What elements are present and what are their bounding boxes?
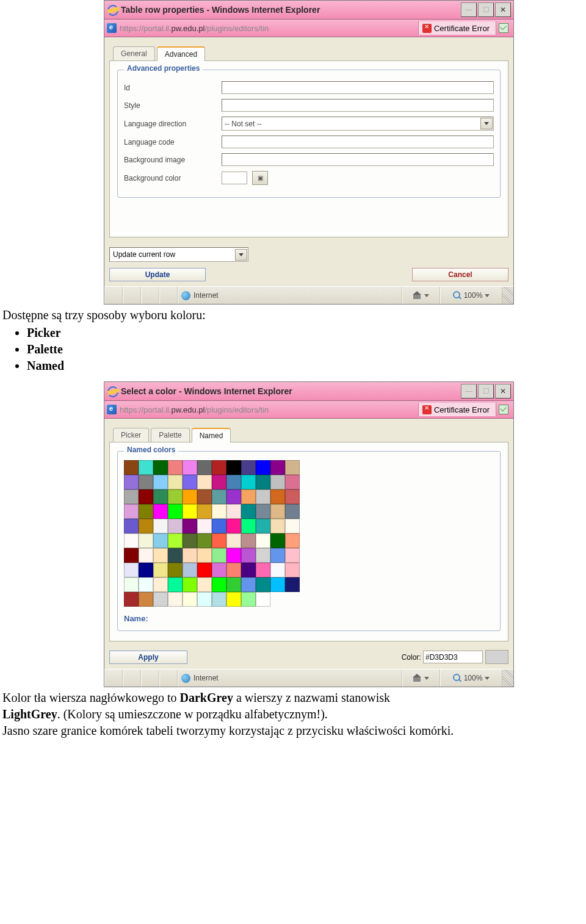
color-swatch[interactable]: [256, 592, 270, 607]
color-swatch[interactable]: [183, 489, 197, 504]
background-color-swatch[interactable]: [222, 171, 247, 184]
color-swatch[interactable]: [212, 504, 226, 519]
color-swatch[interactable]: [256, 489, 270, 504]
color-swatch[interactable]: [168, 533, 183, 548]
color-swatch[interactable]: [241, 489, 256, 504]
color-swatch[interactable]: [183, 592, 197, 607]
tab-named[interactable]: Named: [192, 428, 231, 442]
color-swatch[interactable]: [168, 504, 183, 519]
color-swatch[interactable]: [256, 548, 270, 563]
tab-palette[interactable]: Palette: [151, 428, 189, 442]
color-swatch[interactable]: [226, 563, 241, 577]
color-hex-input[interactable]: [423, 651, 483, 663]
color-swatch[interactable]: [153, 533, 168, 548]
color-swatch[interactable]: [226, 548, 241, 563]
color-swatch[interactable]: [139, 504, 153, 519]
color-swatch[interactable]: [153, 475, 168, 489]
language-code-input[interactable]: [222, 135, 494, 148]
color-swatch[interactable]: [285, 489, 300, 504]
color-swatch[interactable]: [197, 460, 212, 475]
color-swatch[interactable]: [212, 533, 226, 548]
color-swatch[interactable]: [241, 592, 256, 607]
color-swatch[interactable]: [285, 504, 300, 519]
color-swatch[interactable]: [241, 475, 256, 489]
color-swatch[interactable]: [285, 533, 300, 548]
color-swatch[interactable]: [139, 548, 153, 563]
color-swatch[interactable]: [285, 460, 300, 475]
style-input[interactable]: [222, 99, 494, 112]
color-swatch[interactable]: [241, 577, 256, 592]
color-swatch[interactable]: [124, 533, 139, 548]
color-swatch[interactable]: [153, 563, 168, 577]
color-swatch[interactable]: [139, 563, 153, 577]
color-swatch[interactable]: [241, 504, 256, 519]
color-swatch[interactable]: [226, 533, 241, 548]
color-swatch[interactable]: [197, 548, 212, 563]
color-swatch[interactable]: [168, 577, 183, 592]
color-swatch[interactable]: [241, 548, 256, 563]
color-swatch[interactable]: [183, 460, 197, 475]
color-swatch[interactable]: [183, 533, 197, 548]
color-swatch[interactable]: [139, 577, 153, 592]
color-swatch[interactable]: [270, 504, 285, 519]
color-swatch[interactable]: [241, 563, 256, 577]
color-swatch[interactable]: [241, 519, 256, 533]
zoom-control[interactable]: 100%: [440, 287, 502, 304]
color-swatch[interactable]: [226, 475, 241, 489]
color-swatch[interactable]: [153, 504, 168, 519]
color-swatch[interactable]: [241, 460, 256, 475]
color-swatch[interactable]: [124, 504, 139, 519]
color-swatch[interactable]: [139, 460, 153, 475]
color-swatch[interactable]: [212, 548, 226, 563]
update-scope-select[interactable]: Update current row: [109, 247, 248, 262]
protected-mode-button[interactable]: [402, 287, 440, 304]
color-swatch[interactable]: [197, 489, 212, 504]
color-swatch[interactable]: [197, 592, 212, 607]
zoom-control[interactable]: 100%: [440, 670, 502, 687]
color-swatch[interactable]: [124, 475, 139, 489]
color-swatch[interactable]: [183, 577, 197, 592]
color-swatch[interactable]: [212, 592, 226, 607]
color-swatch[interactable]: [124, 577, 139, 592]
cancel-button[interactable]: Cancel: [412, 268, 508, 281]
minimize-button[interactable]: —: [461, 384, 477, 399]
color-picker-button[interactable]: ▣: [252, 171, 268, 185]
color-swatch[interactable]: [197, 577, 212, 592]
tab-advanced[interactable]: Advanced: [157, 46, 205, 61]
close-button[interactable]: ✕: [495, 384, 511, 399]
color-swatch[interactable]: [124, 592, 139, 607]
color-swatch[interactable]: [212, 519, 226, 533]
color-swatch[interactable]: [226, 577, 241, 592]
background-image-input[interactable]: [222, 153, 494, 166]
color-swatch[interactable]: [183, 504, 197, 519]
color-swatch[interactable]: [197, 533, 212, 548]
color-swatch[interactable]: [197, 475, 212, 489]
color-swatch[interactable]: [168, 489, 183, 504]
color-swatch[interactable]: [241, 533, 256, 548]
color-swatch[interactable]: [168, 475, 183, 489]
color-swatch[interactable]: [153, 577, 168, 592]
color-swatch[interactable]: [270, 577, 285, 592]
color-swatch[interactable]: [153, 519, 168, 533]
protected-mode-button[interactable]: [402, 670, 440, 687]
color-swatch[interactable]: [270, 460, 285, 475]
language-direction-select[interactable]: -- Not set --: [222, 117, 494, 131]
certificate-error-badge[interactable]: Certificate Error: [418, 21, 496, 35]
color-swatch[interactable]: [270, 519, 285, 533]
color-swatch[interactable]: [256, 519, 270, 533]
tab-general[interactable]: General: [113, 46, 155, 60]
color-swatch[interactable]: [226, 504, 241, 519]
color-swatch[interactable]: [139, 533, 153, 548]
color-swatch[interactable]: [168, 460, 183, 475]
minimize-button[interactable]: —: [461, 2, 477, 17]
color-swatch[interactable]: [197, 519, 212, 533]
color-swatch[interactable]: [139, 475, 153, 489]
color-swatch[interactable]: [168, 563, 183, 577]
color-swatch[interactable]: [124, 519, 139, 533]
color-swatch[interactable]: [270, 533, 285, 548]
color-swatch[interactable]: [212, 563, 226, 577]
resize-grip[interactable]: [502, 670, 513, 687]
color-swatch[interactable]: [285, 475, 300, 489]
color-swatch[interactable]: [139, 489, 153, 504]
color-swatch[interactable]: [226, 460, 241, 475]
